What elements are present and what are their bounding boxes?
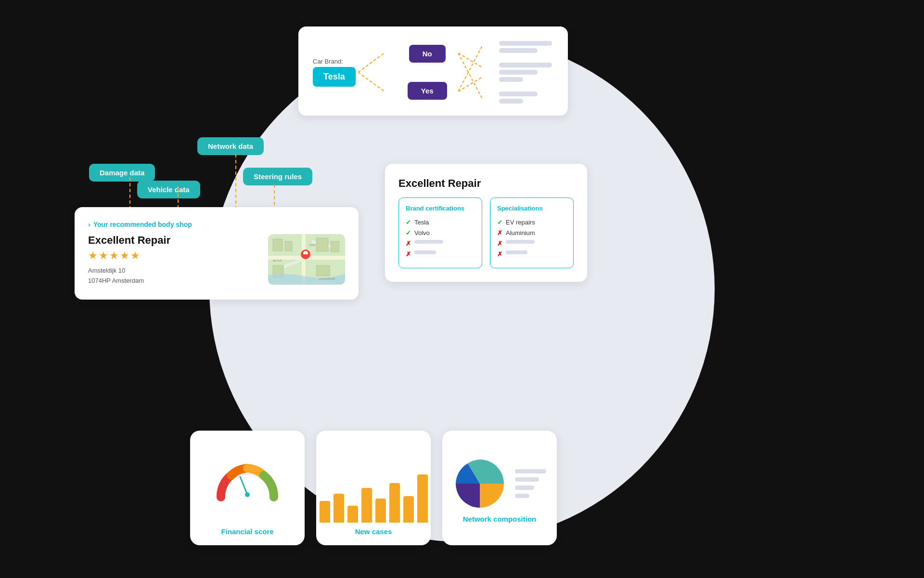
bottom-cards-container: Financial score New cases [190,431,557,545]
decision-tree-card: Car Brand: Tesla No Yes [298,26,568,116]
tesla-value[interactable]: Tesla [313,67,356,87]
bodyshop-address: Amsteldijk 10 1074HP Amsterdam [88,266,258,286]
svg-line-3 [458,77,482,92]
svg-line-5 [458,46,482,92]
legend-bar-3 [515,486,534,490]
car-brand-label: Car Brand: [313,58,343,65]
legend-bar-4 [515,494,529,498]
financial-score-label: Financial score [221,527,273,536]
network-data-tag: Network data [197,137,264,155]
check-icon: ✓ [406,229,411,236]
chevron-right-icon: › [88,221,90,228]
spec-bar1: ✗ [497,240,566,247]
svg-rect-17 [316,238,328,251]
bar-2 [334,494,344,523]
damage-data-tag: Damage data [89,164,155,182]
cross-icon: ✗ [497,229,502,236]
svg-point-28 [245,492,250,497]
cross-icon: ✗ [406,240,411,247]
bodyshop-map: DE PIJP OOST OOSTERPARK [268,234,345,285]
new-cases-label: New cases [355,527,392,536]
cert-bar2: ✗ [406,250,475,258]
svg-rect-16 [285,241,292,251]
no-button[interactable]: No [409,45,446,63]
svg-line-4 [458,53,482,99]
gauge-chart [214,459,281,502]
svg-text:DE PIJP: DE PIJP [273,259,282,262]
bar-8 [417,474,428,523]
new-cases-card: New cases [316,431,431,545]
check-icon: ✓ [406,219,411,226]
cert-bar1: ✗ [406,240,475,247]
excellent-repair-card: Excellent Repair Brand certifications ✓ … [385,164,587,282]
bar-1 [320,501,330,523]
steering-rules-tag: Steering rules [243,168,312,185]
legend-bar-1 [515,469,546,473]
svg-text:OOST: OOST [309,244,316,247]
svg-rect-18 [331,241,339,252]
vehicle-data-tag: Vehicle data [137,181,200,198]
bodyshop-stars: ★★★★★ [88,250,258,262]
bar-6 [389,483,400,523]
brand-cert-title: Brand certifications [406,205,475,213]
network-composition-card: Network composition [442,431,557,545]
bodyshop-name: Excellent Repair [88,234,258,247]
brand-certifications-col: Brand certifications ✓ Tesla ✓ Volvo ✗ ✗ [398,197,482,268]
bar-4 [361,488,372,523]
check-icon: ✓ [497,219,502,226]
svg-rect-15 [273,239,282,251]
cross-icon: ✗ [406,250,411,258]
cert-tesla: ✓ Tesla [406,219,475,226]
specialisations-col: Specialisations ✓ EV repairs ✗ Aluminium… [490,197,574,268]
cross-icon: ✗ [497,240,502,247]
spec-bar2: ✗ [497,250,566,258]
svg-text:OOSTERPARK: OOSTERPARK [319,277,335,280]
network-composition-label: Network composition [463,515,537,523]
specialisations-title: Specialisations [497,205,566,213]
financial-score-card: Financial score [190,431,305,545]
recommended-label: › Your recommended body shop [88,221,345,228]
svg-line-2 [458,53,482,67]
bar-3 [347,506,358,523]
legend-bar-2 [515,477,539,482]
bodyshop-card: › Your recommended body shop Excellent R… [75,207,359,300]
spec-aluminium: ✗ Aluminium [497,229,566,236]
bar-5 [375,499,386,523]
yes-button[interactable]: Yes [408,82,447,100]
main-container: Car Brand: Tesla No Yes [0,0,924,578]
cross-icon: ✗ [497,250,502,258]
svg-rect-20 [316,265,330,276]
cert-volvo: ✓ Volvo [406,229,475,236]
bar-7 [403,496,414,523]
svg-line-27 [240,477,247,495]
svg-line-0 [358,53,385,72]
excellent-repair-title: Excellent Repair [398,177,574,190]
spec-ev: ✓ EV repairs [497,219,566,226]
svg-line-1 [358,72,385,92]
pie-chart [453,457,506,510]
